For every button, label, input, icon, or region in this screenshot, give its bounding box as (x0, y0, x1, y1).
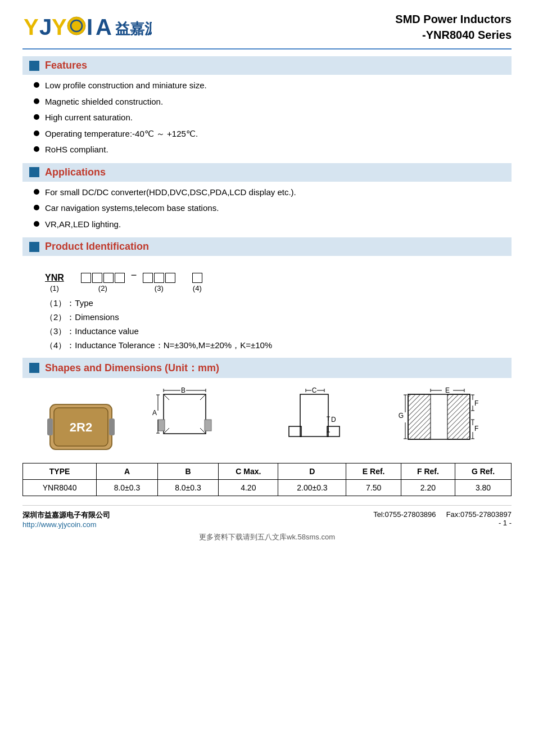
table-header-eref: E Ref. (346, 464, 401, 480)
svg-rect-23 (158, 420, 165, 431)
svg-rect-49 (408, 394, 431, 439)
bullet-icon (34, 221, 39, 227)
website-link[interactable]: http://www.yjycoin.com (22, 520, 97, 529)
applications-section-header: Applications (22, 163, 512, 182)
svg-rect-37 (327, 426, 340, 436)
svg-rect-11 (47, 418, 53, 435)
applications-icon (29, 167, 39, 177)
svg-text:B: B (181, 386, 185, 394)
company-name: 深圳市益嘉源电子有限公司 (22, 510, 110, 520)
svg-text:I: I (87, 15, 93, 39)
pid-label-4: (4) (193, 284, 202, 292)
svg-rect-18 (164, 394, 206, 434)
pid-label-2: (2) (98, 284, 107, 292)
svg-line-19 (164, 394, 169, 400)
footer-left: 深圳市益嘉源电子有限公司 http://www.yjycoin.com (22, 510, 110, 529)
svg-rect-24 (205, 420, 211, 431)
component-photo-svg: 2R2 (47, 399, 115, 455)
list-item: RoHS compliant. (34, 143, 512, 156)
svg-text:A: A (96, 15, 112, 39)
svg-rect-35 (300, 394, 328, 436)
pid-box (143, 273, 153, 283)
pid-group-3: (3) (143, 273, 175, 292)
pid-group-2: (2) (81, 273, 125, 292)
footer-right: Tel:0755-27803896 Fax:0755-27803897 - 1 … (373, 510, 512, 527)
pid-box (92, 273, 102, 283)
bullet-icon (34, 130, 39, 136)
applications-list: For small DC/DC converter(HDD,DVC,DSC,PD… (34, 186, 512, 231)
cell-type: YNR8040 (23, 480, 97, 496)
bullet-icon (34, 114, 39, 120)
svg-text:E: E (445, 386, 450, 394)
bullet-icon (34, 189, 39, 195)
shapes-icon (29, 363, 39, 373)
bullet-icon (34, 205, 39, 210)
ab-diagram-svg: B A (152, 386, 242, 453)
svg-text:J: J (39, 15, 52, 39)
code-item-1: （1）：Type (45, 298, 512, 309)
component-photo: 2R2 (47, 399, 115, 455)
product-id-diagram: YNR (1) (2) － (3) (4) (45, 267, 512, 292)
features-section-header: Features (22, 56, 512, 75)
efg-diagram-svg: E G (386, 386, 487, 453)
table-header-b: B (157, 464, 219, 480)
svg-text:F: F (474, 425, 478, 433)
svg-text:Y: Y (24, 15, 39, 39)
svg-rect-36 (289, 426, 301, 436)
svg-text:D: D (331, 416, 336, 424)
svg-text:C: C (311, 386, 316, 394)
svg-text:A: A (152, 409, 157, 417)
list-item: For small DC/DC converter(HDD,DVC,DSC,PD… (34, 186, 512, 199)
pid-label-1: (1) (50, 284, 59, 292)
pid-label-3: (3) (155, 284, 164, 292)
cd-diagram-svg: C D (280, 386, 348, 453)
list-item: Low profile construction and miniature s… (34, 79, 512, 92)
page-footer: 深圳市益嘉源电子有限公司 http://www.yjycoin.com Tel:… (22, 505, 512, 529)
table-header-type: TYPE (23, 464, 97, 480)
cell-cmax: 4.20 (219, 480, 278, 496)
pid-box (165, 273, 175, 283)
pid-box (115, 273, 125, 283)
product-title: SMD Power Inductors -YNR8040 Series (395, 11, 512, 43)
features-list: Low profile construction and miniature s… (34, 79, 512, 156)
svg-text:F: F (474, 399, 478, 407)
table-header-d: D (278, 464, 346, 480)
cell-b: 8.0±0.3 (157, 480, 219, 496)
table-header-cmax: C Max. (219, 464, 278, 480)
code-item-3: （3）：Inductance value (45, 326, 512, 337)
cd-diagram: C D (280, 386, 348, 455)
logo-area: Y J Y I A 益嘉源 (22, 12, 152, 42)
product-id-title: Product Identification (45, 241, 149, 253)
table-header-a: A (97, 464, 158, 480)
product-id-icon (29, 242, 39, 252)
shapes-section-header: Shapes and Dimensions (Unit：mm) (22, 358, 512, 378)
svg-text:益嘉源: 益嘉源 (115, 20, 152, 37)
page-number: - 1 - (373, 519, 512, 527)
svg-text:2R2: 2R2 (70, 420, 92, 434)
product-id-section-header: Product Identification (22, 237, 512, 256)
pid-box (81, 273, 91, 283)
pid-box (103, 273, 114, 283)
features-icon (29, 61, 39, 71)
list-item: Operating temperature:-40℃ ～ +125℃. (34, 128, 512, 141)
code-explanation-list: （1）：Type （2）：Dimensions （3）：Inductance v… (45, 298, 512, 351)
watermark-text: 更多资料下载请到五八文库wk.58sms.com (22, 532, 512, 542)
code-item-4: （4）：Inductance Tolerance：N=±30%,M=±20%，K… (45, 340, 512, 351)
svg-text:Y: Y (52, 15, 67, 39)
pid-box (154, 273, 164, 283)
code-item-2: （2）：Dimensions (45, 312, 512, 323)
company-logo: Y J Y I A 益嘉源 (22, 12, 152, 42)
svg-rect-50 (447, 394, 470, 439)
footer-tel: Tel:0755-27803896 (373, 510, 436, 519)
dimensions-table: TYPE A B C Max. D E Ref. F Ref. G Ref. Y… (22, 463, 512, 496)
list-item: VR,AR,LED lighting. (34, 218, 512, 231)
page-header: Y J Y I A 益嘉源 SMD Power Inductors -YNR80… (22, 11, 512, 50)
cell-eref: 7.50 (346, 480, 401, 496)
svg-line-20 (200, 394, 206, 400)
table-header-fref: F Ref. (401, 464, 455, 480)
list-item: Magnetic shielded construction. (34, 96, 512, 109)
pid-group-1: YNR (1) (45, 273, 64, 292)
list-item: High current saturation. (34, 111, 512, 124)
cell-d: 2.00±0.3 (278, 480, 346, 496)
pid-ynr: YNR (45, 273, 64, 283)
